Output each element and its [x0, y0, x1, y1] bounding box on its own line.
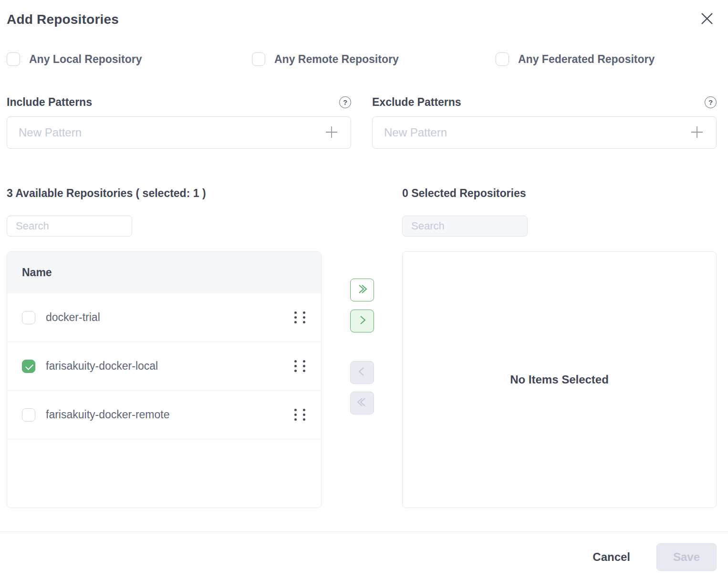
row-checkbox[interactable]: [22, 311, 35, 324]
any-federated-repository-label: Any Federated Repository: [518, 53, 655, 66]
add-repositories-dialog: Add Repositories Any Local Repository An…: [0, 0, 728, 580]
table-row[interactable]: docker-trial: [7, 293, 321, 342]
repository-name: docker-trial: [46, 311, 100, 324]
add-exclude-pattern-button[interactable]: [689, 125, 705, 140]
any-remote-repository-label: Any Remote Repository: [274, 53, 399, 66]
dialog-content: Add Repositories Any Local Repository An…: [0, 0, 728, 508]
available-repositories-panel: 3 Available Repositories ( selected: 1 )…: [7, 187, 322, 508]
exclude-patterns-section: Exclude Patterns ?: [372, 96, 717, 149]
dialog-title: Add Repositories: [7, 11, 717, 28]
move-all-left-button[interactable]: [350, 392, 374, 414]
include-pattern-field: [7, 116, 351, 149]
available-repositories-header: 3 Available Repositories ( selected: 1 ): [7, 187, 322, 199]
save-button[interactable]: Save: [656, 543, 717, 571]
name-column-header: Name: [7, 252, 321, 293]
move-left-button[interactable]: [350, 361, 374, 384]
x-icon: [699, 11, 715, 28]
include-patterns-help-icon[interactable]: ?: [339, 96, 351, 108]
exclude-pattern-input[interactable]: [384, 126, 689, 139]
repository-transfer-section: 3 Available Repositories ( selected: 1 )…: [7, 187, 717, 508]
include-patterns-section: Include Patterns ?: [7, 96, 351, 149]
selected-repositories-list: No Items Selected: [402, 251, 717, 508]
plus-icon: [324, 125, 339, 141]
transfer-buttons: [322, 187, 402, 508]
any-local-repository-checkbox[interactable]: [7, 52, 20, 66]
move-all-right-button[interactable]: [350, 279, 374, 301]
double-chevron-right-icon: [355, 282, 369, 298]
add-include-pattern-button[interactable]: [324, 125, 339, 140]
row-checkbox[interactable]: [22, 360, 35, 373]
repo-type-filter-row: Any Local Repository Any Remote Reposito…: [7, 52, 717, 66]
include-pattern-input[interactable]: [19, 126, 324, 139]
any-remote-repository-checkbox[interactable]: [252, 52, 265, 66]
repository-name: farisakuity-docker-remote: [46, 408, 169, 421]
available-repositories-table: Name docker-trial farisakuity-docker-loc…: [7, 251, 322, 508]
repository-name: farisakuity-docker-local: [46, 360, 158, 373]
exclude-patterns-help-icon[interactable]: ?: [705, 96, 717, 108]
drag-handle-icon[interactable]: [292, 358, 307, 374]
close-button[interactable]: [698, 10, 716, 28]
chevron-right-icon: [355, 313, 369, 329]
exclude-patterns-label: Exclude Patterns: [372, 96, 461, 109]
include-patterns-label: Include Patterns: [7, 96, 92, 109]
row-checkbox[interactable]: [22, 408, 35, 422]
drag-handle-icon[interactable]: [292, 310, 307, 325]
selected-repositories-header: 0 Selected Repositories: [402, 187, 717, 199]
exclude-pattern-field: [372, 116, 717, 149]
available-search-input[interactable]: [7, 216, 132, 237]
any-remote-repository-option: Any Remote Repository: [252, 52, 496, 66]
selected-search-input[interactable]: [402, 216, 528, 237]
cancel-button[interactable]: Cancel: [593, 550, 630, 564]
plus-icon: [690, 125, 704, 141]
empty-state-text: No Items Selected: [510, 373, 609, 386]
move-right-button[interactable]: [350, 310, 374, 332]
any-federated-repository-option: Any Federated Repository: [496, 52, 717, 66]
dialog-footer: Cancel Save: [0, 532, 728, 571]
chevron-left-icon: [355, 365, 369, 380]
drag-handle-icon[interactable]: [292, 407, 307, 423]
dialog-header: Add Repositories: [7, 11, 717, 28]
any-local-repository-label: Any Local Repository: [29, 53, 142, 66]
double-chevron-left-icon: [355, 395, 369, 411]
table-row[interactable]: farisakuity-docker-remote: [7, 391, 321, 439]
patterns-section: Include Patterns ? Exclude Patterns ?: [7, 96, 717, 149]
any-local-repository-option: Any Local Repository: [7, 52, 252, 66]
selected-repositories-panel: 0 Selected Repositories No Items Selecte…: [402, 187, 717, 508]
table-row[interactable]: farisakuity-docker-local: [7, 342, 321, 391]
any-federated-repository-checkbox[interactable]: [496, 52, 509, 66]
